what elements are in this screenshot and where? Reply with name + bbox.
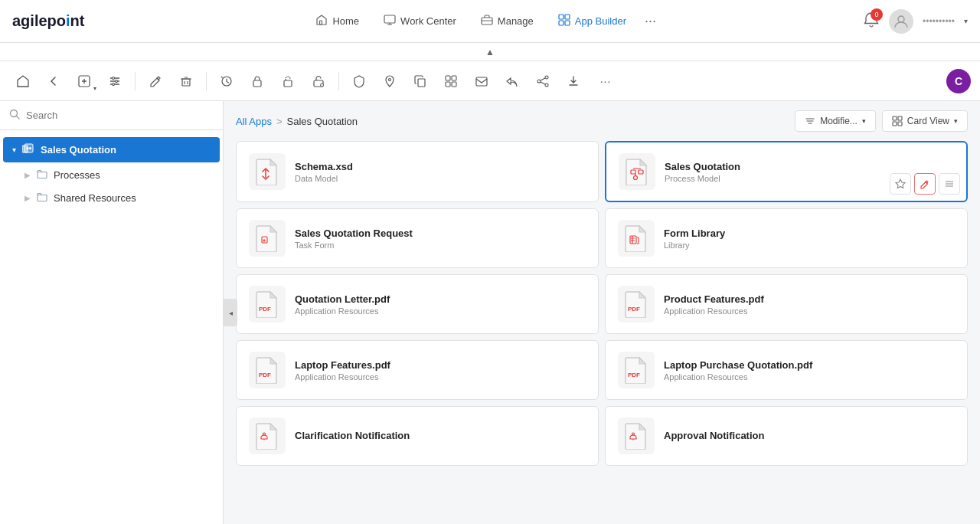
- toolbar-unlock-button[interactable]: [274, 67, 302, 95]
- toolbar-lock2-button[interactable]: [305, 67, 332, 95]
- toolbar-more-button[interactable]: ···: [592, 67, 619, 95]
- logo-text: agilepoint: [12, 12, 84, 30]
- card-process-title: Sales Quotation: [665, 161, 954, 172]
- card-edit-button[interactable]: [914, 173, 936, 195]
- nav-app-builder[interactable]: App Builder: [547, 9, 637, 34]
- view-button[interactable]: Card View ▾: [882, 110, 968, 132]
- toolbar-edit-button[interactable]: [142, 67, 169, 95]
- card-schema-title: Schema.xsd: [295, 161, 586, 172]
- toolbar-home-button[interactable]: [9, 67, 37, 95]
- sidebar-sales-quotation-label: Sales Quotation: [41, 144, 211, 156]
- home-icon: [315, 14, 328, 29]
- card-approval-notification[interactable]: Approval Notification: [605, 406, 968, 466]
- tree-child-chevron: ▶: [24, 171, 31, 179]
- card-sales-quotation-request[interactable]: Sales Quotation Request Task Form: [236, 208, 599, 268]
- card-notif2-info: Approval Notification: [664, 430, 955, 443]
- toolbar-shield-button[interactable]: [345, 67, 373, 95]
- notification-button[interactable]: 0: [863, 11, 880, 31]
- tree-chevron-icon: ▾: [12, 146, 16, 154]
- card-pdf1-title: Quotation Letter.pdf: [295, 293, 586, 305]
- card-magic-button[interactable]: [890, 173, 911, 195]
- toolbar-back-button[interactable]: [40, 67, 67, 95]
- nav-more-button[interactable]: ···: [640, 8, 661, 34]
- card-product-features[interactable]: PDF Product Features.pdf Application Res…: [605, 274, 968, 334]
- card-form-subtitle: Task Form: [295, 241, 586, 250]
- card-laptop-features[interactable]: PDF Laptop Features.pdf Application Reso…: [236, 340, 599, 400]
- card-schema-info: Schema.xsd Data Model: [295, 161, 586, 183]
- card-sales-quotation-process[interactable]: Sales Quotation Process Model: [605, 141, 968, 202]
- svg-point-7: [898, 16, 904, 22]
- svg-rect-19: [446, 76, 450, 80]
- card-pdf3-title: Laptop Features.pdf: [295, 359, 586, 371]
- toolbar-adjust-button[interactable]: [101, 67, 129, 95]
- sort-button[interactable]: Modifie... ▾: [795, 110, 876, 132]
- toolbar-copy-button[interactable]: [407, 67, 434, 95]
- toolbar-share-button[interactable]: [529, 67, 557, 95]
- briefcase-icon: [481, 14, 493, 29]
- toolbar-delete-button[interactable]: [172, 67, 200, 95]
- svg-rect-33: [898, 116, 902, 120]
- user-name: ••••••••••: [923, 16, 955, 27]
- nav-right: 0 •••••••••• ▾: [863, 9, 968, 34]
- cards-grid: Schema.xsd Data Model: [224, 141, 980, 478]
- breadcrumb-current: Sales Quotation: [287, 116, 358, 127]
- card-icon-schema: [249, 153, 286, 190]
- folder-icon-processes: [37, 169, 47, 181]
- toolbar-reply-button[interactable]: [498, 67, 526, 95]
- toolbar-grid2-button[interactable]: [437, 67, 465, 95]
- breadcrumb-all-apps[interactable]: All Apps: [236, 116, 272, 127]
- card-notif1-info: Clarification Notification: [295, 430, 586, 443]
- svg-rect-12: [182, 79, 190, 86]
- svg-point-25: [537, 80, 541, 83]
- folder-group-icon: [22, 143, 34, 156]
- card-form-library[interactable]: Form Library Library: [605, 208, 968, 268]
- card-icon-pdf-1: PDF: [249, 286, 286, 323]
- card-pdf4-subtitle: Application Resources: [664, 372, 955, 382]
- nav-manage[interactable]: Manage: [470, 9, 544, 34]
- toolbar-divider-1: [135, 72, 136, 90]
- toolbar-new-button[interactable]: ▾: [70, 67, 98, 95]
- sidebar-toggle-button[interactable]: ◂: [224, 299, 237, 326]
- svg-text:PDF: PDF: [628, 372, 640, 378]
- svg-rect-3: [559, 15, 564, 19]
- svg-point-24: [545, 76, 548, 79]
- svg-point-26: [545, 84, 548, 87]
- sidebar-item-shared-resources[interactable]: ▶ Shared Resources: [15, 186, 223, 209]
- collapse-bar[interactable]: ▲: [0, 43, 980, 61]
- toolbar-email-button[interactable]: [468, 67, 495, 95]
- toolbar-lock-button[interactable]: [243, 67, 271, 95]
- card-icon-notif-2: [618, 418, 655, 454]
- toolbar-history-button[interactable]: [213, 67, 240, 95]
- card-quotation-letter[interactable]: PDF Quotation Letter.pdf Application Res…: [236, 274, 599, 334]
- card-icon-process: [619, 153, 655, 190]
- card-library-subtitle: Library: [664, 241, 955, 250]
- svg-rect-21: [446, 82, 450, 87]
- user-menu-chevron[interactable]: ▾: [964, 17, 968, 25]
- nav-app-builder-label: App Builder: [575, 15, 626, 27]
- card-laptop-purchase[interactable]: PDF Laptop Purchase Quotation.pdf Applic…: [605, 340, 968, 400]
- nav-work-center[interactable]: Work Center: [373, 9, 467, 34]
- card-pdf2-info: Product Features.pdf Application Resourc…: [664, 293, 955, 316]
- svg-text:PDF: PDF: [259, 372, 271, 378]
- sidebar-item-processes[interactable]: ▶ Processes: [15, 163, 223, 186]
- card-icon-pdf-2: PDF: [618, 286, 655, 323]
- card-notif1-title: Clarification Notification: [295, 430, 586, 441]
- card-pdf2-subtitle: Application Resources: [664, 306, 955, 316]
- breadcrumb: All Apps > Sales Quotation: [236, 116, 358, 127]
- toolbar-location-button[interactable]: [376, 67, 403, 95]
- nav-work-center-label: Work Center: [400, 15, 456, 27]
- notification-badge: 0: [871, 8, 883, 21]
- sidebar-tree: ▾ Sales Quotation ▶ Processes ▶: [0, 130, 223, 524]
- search-box: [0, 101, 223, 130]
- svg-rect-14: [284, 80, 292, 87]
- toolbar-export-button[interactable]: [560, 67, 587, 95]
- search-input[interactable]: [26, 110, 214, 121]
- card-clarification-notification[interactable]: Clarification Notification: [236, 406, 599, 466]
- folder-icon-shared: [37, 192, 47, 204]
- sidebar-item-sales-quotation[interactable]: ▾ Sales Quotation: [3, 137, 220, 162]
- card-process-actions: [890, 173, 960, 195]
- card-schema[interactable]: Schema.xsd Data Model: [236, 141, 599, 202]
- nav-home[interactable]: Home: [305, 9, 370, 34]
- logo[interactable]: agilepoint: [12, 12, 84, 30]
- card-adjust-button[interactable]: [939, 173, 960, 195]
